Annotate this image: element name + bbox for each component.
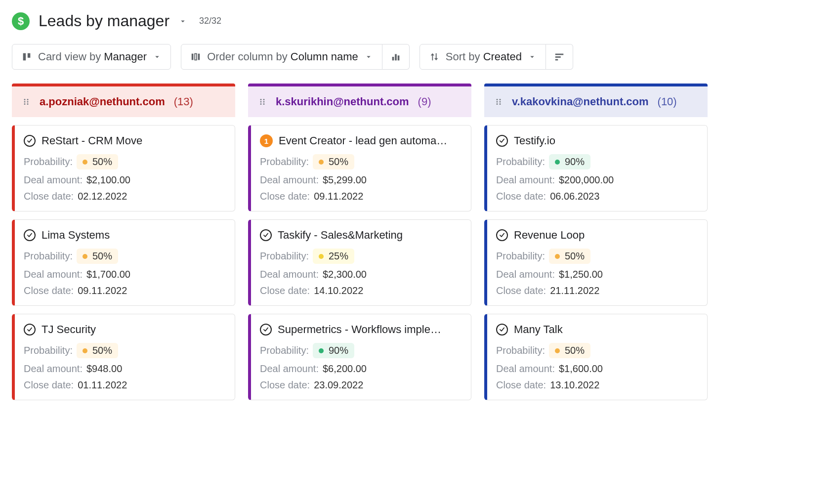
lead-title: Testify.io	[514, 134, 696, 147]
lead-title: Taskify - Sales&Marketing	[278, 229, 460, 242]
column-header[interactable]: v.kakovkina@nethunt.com(10)	[484, 84, 708, 117]
close-date-label: Close date:	[24, 285, 74, 296]
sort-by-selector[interactable]: Sort by Created	[420, 44, 546, 70]
close-date-value: 06.06.2023	[550, 191, 599, 202]
page-title-dropdown[interactable]	[178, 17, 187, 26]
close-date-label: Close date:	[260, 285, 310, 296]
probability-label: Probability:	[260, 156, 309, 168]
deal-amount-label: Deal amount:	[260, 363, 319, 375]
deal-amount-label: Deal amount:	[24, 363, 83, 375]
drag-handle-icon[interactable]	[494, 97, 503, 106]
card-list: ReStart - CRM MoveProbability:50%Deal am…	[12, 125, 235, 400]
column-header[interactable]: k.skurikhin@nethunt.com(9)	[248, 84, 471, 117]
probability-value: 50%	[92, 251, 112, 262]
probability-chip: 50%	[549, 343, 590, 358]
chart-toggle-button[interactable]	[382, 44, 410, 70]
column-manager: v.kakovkina@nethunt.com	[512, 95, 649, 108]
probability-label: Probability:	[260, 345, 309, 356]
lead-card[interactable]: 1Event Creator - lead gen automa…Probabi…	[248, 125, 471, 211]
svg-rect-9	[555, 56, 561, 58]
deal-amount-label: Deal amount:	[496, 269, 555, 280]
deal-amount-value: $1,250.00	[559, 269, 603, 280]
lead-title: Lima Systems	[42, 229, 224, 242]
deal-amount-value: $1,700.00	[86, 269, 130, 280]
probability-label: Probability:	[24, 345, 73, 356]
probability-chip: 50%	[313, 154, 354, 169]
lead-card[interactable]: Taskify - Sales&MarketingProbability:25%…	[248, 219, 471, 306]
lead-card[interactable]: Testify.ioProbability:90%Deal amount:$20…	[484, 125, 708, 211]
probability-label: Probability:	[24, 156, 73, 168]
status-check-icon	[496, 229, 508, 241]
lead-card[interactable]: Many TalkProbability:50%Deal amount:$1,6…	[484, 314, 708, 400]
lead-card[interactable]: Supermetrics - Workflows imple…Probabili…	[248, 314, 471, 400]
probability-dot-icon	[555, 160, 560, 165]
status-check-icon	[24, 324, 36, 336]
probability-dot-icon	[83, 348, 87, 353]
close-date-label: Close date:	[24, 379, 74, 391]
close-date-value: 01.11.2022	[78, 379, 127, 391]
close-date-label: Close date:	[496, 191, 546, 202]
deal-amount-label: Deal amount:	[496, 363, 555, 375]
drag-handle-icon[interactable]	[22, 97, 31, 106]
order-column-prefix: Order column by	[207, 50, 291, 63]
card-view-selector[interactable]: Card view by Manager	[12, 44, 171, 70]
svg-point-15	[27, 101, 29, 103]
status-check-icon	[496, 324, 508, 336]
record-counter: 32/32	[199, 16, 221, 26]
order-column-selector[interactable]: Order column by Column name	[181, 44, 382, 70]
close-date-label: Close date:	[496, 379, 546, 391]
svg-point-19	[260, 103, 262, 105]
status-check-icon	[260, 229, 272, 241]
lead-card[interactable]: Lima SystemsProbability:50%Deal amount:$…	[12, 219, 235, 306]
svg-rect-7	[397, 55, 399, 60]
chevron-down-icon	[528, 52, 537, 61]
status-check-icon	[24, 135, 36, 147]
lead-card[interactable]: TJ SecurityProbability:50%Deal amount:$9…	[12, 314, 235, 400]
svg-point-12	[24, 101, 26, 103]
card-view-prefix: Card view by	[38, 50, 104, 63]
probability-chip: 25%	[313, 249, 354, 264]
svg-point-24	[497, 101, 498, 103]
kanban-board: a.pozniak@nethunt.com(13)ReStart - CRM M…	[12, 84, 828, 400]
probability-chip: 50%	[77, 249, 118, 264]
svg-point-22	[263, 103, 265, 105]
svg-point-18	[260, 101, 262, 103]
close-date-value: 02.12.2022	[78, 191, 127, 202]
probability-label: Probability:	[496, 345, 545, 356]
kanban-column: v.kakovkina@nethunt.com(10)Testify.ioPro…	[484, 84, 708, 400]
column-count: (9)	[418, 95, 431, 108]
status-check-icon	[496, 135, 508, 147]
svg-rect-5	[392, 57, 394, 60]
pipeline-icon: $	[12, 12, 30, 30]
close-date-value: 09.11.2022	[78, 285, 127, 296]
probability-chip: 90%	[549, 154, 590, 169]
deal-amount-label: Deal amount:	[496, 174, 555, 186]
column-header[interactable]: a.pozniak@nethunt.com(13)	[12, 84, 235, 117]
kanban-column: k.skurikhin@nethunt.com(9)1Event Creator…	[248, 84, 471, 400]
probability-value: 90%	[565, 156, 585, 168]
svg-rect-10	[555, 59, 558, 61]
sort-direction-button[interactable]	[546, 44, 573, 70]
lead-title: TJ Security	[42, 323, 224, 336]
order-column-value: Column name	[291, 50, 358, 63]
drag-handle-icon[interactable]	[258, 97, 267, 106]
columns-icon	[190, 51, 201, 62]
close-date-label: Close date:	[24, 191, 74, 202]
svg-point-25	[497, 103, 498, 105]
toolbar: Card view by Manager Order column by Col…	[12, 44, 828, 70]
lead-card[interactable]: ReStart - CRM MoveProbability:50%Deal am…	[12, 125, 235, 211]
deal-amount-value: $2,300.00	[323, 269, 367, 280]
close-date-label: Close date:	[260, 191, 310, 202]
svg-point-16	[27, 103, 29, 105]
sort-by-value: Created	[483, 50, 522, 63]
deal-amount-value: $2,100.00	[86, 174, 130, 186]
probability-label: Probability:	[24, 251, 73, 262]
close-date-value: 13.10.2022	[550, 379, 599, 391]
svg-rect-0	[23, 53, 26, 61]
probability-value: 50%	[565, 251, 585, 262]
lead-card[interactable]: Revenue LoopProbability:50%Deal amount:$…	[484, 219, 708, 306]
lead-title: Many Talk	[514, 323, 696, 336]
probability-dot-icon	[319, 348, 324, 353]
close-date-value: 14.10.2022	[314, 285, 363, 296]
probability-label: Probability:	[496, 251, 545, 262]
